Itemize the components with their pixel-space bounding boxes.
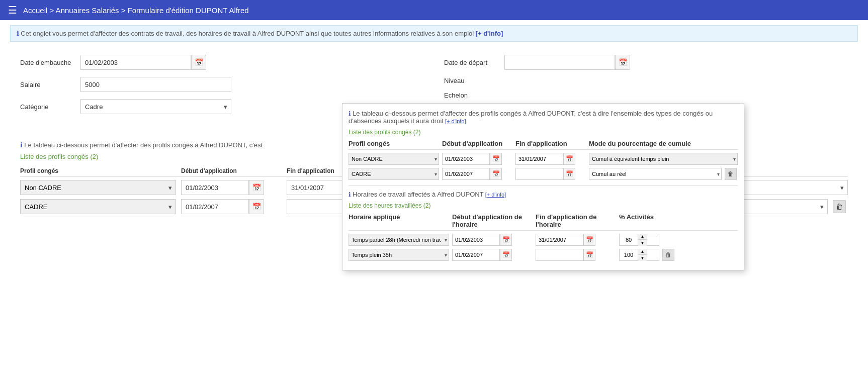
salaire-row: Salaire: [20, 77, 424, 92]
popup-fin-cal-1[interactable]: 📅: [563, 153, 575, 165]
popup-hor-col-debut: Début d'application de l'horaire: [452, 213, 533, 228]
echelon-row: Echelon: [444, 91, 848, 99]
conges-info-text: Le tableau ci-dessous permet d'affecter …: [24, 141, 263, 149]
debut-input-2[interactable]: [181, 199, 249, 214]
date-embauche-calendar-button[interactable]: 📅: [191, 55, 206, 70]
popup-hor-fin-cal-1[interactable]: 📅: [583, 234, 595, 246]
delete-button-2[interactable]: 🗑: [833, 200, 846, 213]
popup-hor-fin-input-1[interactable]: [536, 234, 583, 246]
popup-pct-down-1[interactable]: ▼: [638, 240, 647, 246]
header: ☰ Accueil > Annuaires Salariés > Formula…: [0, 0, 868, 20]
salaire-input[interactable]: [80, 77, 231, 92]
categorie-select[interactable]: Cadre Non Cadre: [80, 99, 231, 114]
categorie-label: Catégorie: [20, 103, 75, 111]
profil-select-wrap-1: Non CADRE CADRE: [20, 180, 176, 195]
popup-col-profil: Profil congés: [349, 140, 439, 147]
popup-horaire-1: Temps partiel 28h (Mercredi non travaill…: [349, 234, 449, 246]
date-depart-row: Date de départ 📅: [444, 55, 848, 70]
popup-fin-2: 📅: [515, 168, 586, 180]
popup-hor-debut-1: 📅: [452, 234, 533, 246]
popup-table-row: Non CADRE CADRE 📅 📅 Cumul à équivalent t…: [349, 153, 738, 165]
debut-cal-1[interactable]: 📅: [249, 180, 264, 195]
popup-horaire-2: Temps plein 35h Temps partiel 28h (Mercr…: [349, 249, 449, 261]
popup-conges-header: Profil congés Début d'application Fin d'…: [349, 140, 738, 150]
popup-horaires-icon: ℹ: [349, 191, 351, 198]
popup-conges-info: ℹ Le tableau ci-dessous permet d'affecte…: [349, 110, 738, 125]
popup-mode-select-1[interactable]: Cumul à équivalent temps plein Cumul au …: [589, 153, 738, 165]
popup-horaires-link[interactable]: [+ d'info]: [485, 192, 506, 198]
date-depart-label: Date de départ: [444, 59, 499, 66]
page-title: Accueil > Annuaires Salariés > Formulair…: [23, 6, 249, 15]
popup-fin-cal-2[interactable]: 📅: [563, 168, 575, 180]
date-depart-calendar-button[interactable]: 📅: [615, 55, 630, 70]
popup-hor-debut-input-2[interactable]: [452, 249, 500, 261]
debut-input-1[interactable]: [181, 180, 249, 195]
info-icon: ℹ: [17, 30, 19, 37]
popup-fin-1: 📅: [515, 153, 586, 165]
popup-conges-title: Liste des profils congés (2): [349, 129, 738, 136]
popup-profil-select-2[interactable]: CADRE Non CADRE: [349, 168, 439, 180]
popup-mode-1: Cumul à équivalent temps plein Cumul au …: [589, 153, 738, 165]
popup-hor-col-horaire: Horaire appliqué: [349, 213, 449, 228]
popup-horaire-select-2[interactable]: Temps plein 35h Temps partiel 28h (Mercr…: [349, 249, 449, 261]
popup-hor-fin-input-2[interactable]: [536, 249, 583, 261]
debut-field-2: 📅: [181, 199, 282, 214]
popup-fin-input-2[interactable]: [515, 168, 563, 180]
niveau-label: Niveau: [444, 77, 499, 84]
menu-icon[interactable]: ☰: [8, 4, 17, 16]
popup-info-icon: ℹ: [349, 110, 351, 117]
debut-cal-2[interactable]: 📅: [249, 199, 264, 214]
popup-hor-debut-cal-1[interactable]: 📅: [500, 234, 512, 246]
popup-pct-2: ▲ ▼: [619, 249, 659, 261]
popup-fin-input-1[interactable]: [515, 153, 563, 165]
popup-pct-down-2[interactable]: ▼: [638, 255, 647, 261]
popup-horaires-info: ℹ Horaires de travail affectés à Alfred …: [349, 191, 738, 198]
profil-select-1[interactable]: Non CADRE CADRE: [20, 180, 176, 195]
popup-hor-delete-2[interactable]: 🗑: [662, 249, 674, 261]
popup-pct-up-2[interactable]: ▲: [638, 249, 647, 255]
popup-debut-2: 📅: [442, 168, 512, 180]
profil-select-2[interactable]: CADRE Non CADRE: [20, 199, 176, 214]
col-profil: Profil congés: [20, 167, 176, 174]
popup-hor-debut-input-1[interactable]: [452, 234, 500, 246]
debut-field-1: 📅: [181, 180, 282, 195]
conges-info-icon: ℹ: [20, 141, 23, 149]
popup-pct-input-1[interactable]: [620, 237, 638, 243]
popup-pct-up-1[interactable]: ▲: [638, 234, 647, 240]
popup-profil-2: CADRE Non CADRE: [349, 168, 439, 180]
popup-debut-cal-2[interactable]: 📅: [490, 168, 502, 180]
popup-pct-1: ▲ ▼: [619, 234, 659, 246]
popup-conges-link[interactable]: [+ d'info]: [445, 118, 466, 124]
popup-debut-cal-1[interactable]: 📅: [490, 153, 502, 165]
info-link[interactable]: [+ d'info]: [476, 30, 503, 37]
popup-mode-2: Cumul au réel Cumul à équivalent temps p…: [589, 168, 722, 180]
niveau-row: Niveau: [444, 77, 848, 84]
date-embauche-label: Date d'embauche: [20, 59, 75, 66]
popup-horaires-row: Temps partiel 28h (Mercredi non travaill…: [349, 234, 738, 246]
popup-col-mode: Mode du pourcentage de cumule: [589, 140, 738, 147]
popup-mode-select-2[interactable]: Cumul au réel Cumul à équivalent temps p…: [589, 168, 722, 180]
popup-horaires-title: Liste des heures travaillées (2): [349, 202, 738, 209]
popup-debut-1: 📅: [442, 153, 512, 165]
col-debut: Début d'application: [181, 167, 282, 174]
date-depart-input[interactable]: [504, 55, 615, 70]
popup-hor-debut-cal-2[interactable]: 📅: [500, 249, 512, 261]
popup-horaires-row: Temps plein 35h Temps partiel 28h (Mercr…: [349, 249, 738, 261]
popup-overlay: ℹ Le tableau ci-dessous permet d'affecte…: [342, 103, 744, 270]
popup-delete-2[interactable]: 🗑: [725, 168, 737, 180]
popup-horaire-select-1[interactable]: Temps partiel 28h (Mercredi non travaill…: [349, 234, 449, 246]
popup-profil-select-1[interactable]: Non CADRE CADRE: [349, 153, 439, 165]
popup-col-debut: Début d'application: [442, 140, 512, 147]
date-embauche-input[interactable]: [80, 55, 191, 70]
popup-horaires-text: Horaires de travail affectés à Alfred DU…: [353, 191, 484, 198]
popup-debut-input-1[interactable]: [442, 153, 490, 165]
info-bar: ℹ Cet onglet vous permet d'affecter des …: [10, 25, 858, 42]
popup-conges-info-text: Le tableau ci-dessous permet d'affecter …: [349, 110, 713, 125]
profil-select-wrap-2: CADRE Non CADRE: [20, 199, 176, 214]
popup-hor-fin-1: 📅: [536, 234, 616, 246]
popup-debut-input-2[interactable]: [442, 168, 490, 180]
salaire-label: Salaire: [20, 81, 75, 88]
popup-pct-input-2[interactable]: [620, 252, 638, 258]
popup-hor-fin-cal-2[interactable]: 📅: [583, 249, 595, 261]
popup-hor-col-pct: % Activités: [619, 213, 659, 228]
